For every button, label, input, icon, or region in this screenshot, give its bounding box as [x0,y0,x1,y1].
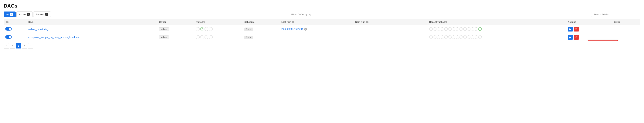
table-row: airflow_monitoring airflow 2 [4,25,640,33]
table-body: airflow_monitoring airflow 2 [4,25,640,41]
th-lastrun-label: Last Run [282,21,291,23]
run-circle-2-2 [200,35,204,39]
nextrun-cell-2 [354,33,428,41]
schedule-badge-2: None [244,36,253,39]
th-actions: Actions [566,19,613,25]
task-c-1-4 [440,27,444,31]
dag-toggle-2[interactable] [5,35,12,39]
trigger-btn-2[interactable]: ▶ [568,35,573,40]
tab-paused[interactable]: Paused 0 [33,11,51,17]
pagination-current[interactable]: 1 [16,43,21,48]
delete-btn-2[interactable]: 🗑 [574,35,579,40]
run-circle-2-1 [196,35,200,39]
th-owner-label: Owner [159,21,166,23]
dag-toggle-1[interactable] [5,27,12,30]
search-wrap [591,12,640,17]
tab-all-badge: 2 [10,13,13,16]
task-c-2-7 [452,35,455,39]
task-c-1-5 [444,27,448,31]
top-bar: All 2 Active 2 Paused 0 [4,11,640,17]
task-circles-1 [429,27,565,31]
tab-all-label: All [6,13,9,16]
th-actions-label: Actions [568,21,576,23]
pagination: « ‹ 1 › » [4,43,640,48]
dags-table-container: i DAG Owner Runs i Sch [4,19,640,41]
tab-paused-label: Paused [36,13,44,16]
delete-btn-1[interactable]: 🗑 [574,27,579,31]
task-c-1-green [478,27,482,31]
pagination-last[interactable]: » [28,43,33,48]
tab-active[interactable]: Active 2 [16,11,32,17]
tab-active-badge: 2 [27,13,30,16]
nextrun-info-icon[interactable]: i [366,21,368,23]
schedule-cell-2: None [243,33,280,41]
actions-group-1: ▶ 🗑 [568,27,611,31]
th-toggle: i [4,19,27,25]
dropdown-trigger-dag[interactable]: Trigger DAG [588,40,618,41]
recent-cell-2 [428,33,566,41]
task-c-2-11 [467,35,470,39]
task-c-2-8 [456,35,459,39]
task-c-2-10 [463,35,467,39]
filter-input[interactable] [289,12,353,17]
owner-cell-1: airflow [158,25,194,33]
actions-cell-1: ▶ 🗑 [566,25,613,33]
pagination-next[interactable]: › [22,43,27,48]
search-input[interactable] [591,12,640,17]
header-info-icon[interactable]: i [6,21,8,23]
task-c-1-8 [456,27,459,31]
th-recent: Recent Tasks i [428,19,566,25]
lastrun-row-info-1[interactable]: i [304,28,307,30]
links-dots-btn-1[interactable]: ··· [614,27,618,31]
th-runs-label: Runs [196,21,202,23]
owner-badge-1: airflow [159,27,169,31]
lastrun-info-icon[interactable]: i [292,21,294,23]
runs-cell-2 [194,33,243,41]
dag-link-1[interactable]: airflow_monitoring [28,28,48,30]
run-circle-empty-2 [204,27,208,31]
task-c-2-4 [440,35,444,39]
th-schedule-label: Schedule [244,21,254,23]
task-c-2-13 [474,35,478,39]
page-title: DAGs [4,3,640,9]
task-c-1-12 [471,27,474,31]
trigger-btn-1[interactable]: ▶ [568,27,573,31]
th-links: Links [612,19,640,25]
th-owner: Owner [158,19,194,25]
lastrun-cell-2 [280,33,354,41]
th-dag-label: DAG [28,21,34,23]
dag-name-cell-2: composer_sample_bq_copy_across_locations [27,33,157,41]
runs-cell-1: 2 [194,25,243,33]
run-circle-2-4 [209,35,213,39]
pagination-first[interactable]: « [4,43,9,48]
schedule-badge-1: None [244,27,253,31]
tab-active-label: Active [19,13,26,16]
th-nextrun-label: Next Run [355,21,365,23]
th-runs: Runs i [194,19,243,25]
owner-cell-2: airflow [158,33,194,41]
task-c-2-9 [460,35,463,39]
run-circle-2-3 [204,35,208,39]
th-lastrun: Last Run i [280,19,354,25]
task-c-1-10 [463,27,467,31]
table-header-row: i DAG Owner Runs i Sch [4,19,640,25]
runs-info-icon[interactable]: i [202,21,205,23]
task-c-1-1 [429,27,433,31]
links-cell-1: ··· [612,25,640,33]
tab-all[interactable]: All 2 [4,11,16,17]
tab-paused-badge: 0 [45,13,48,16]
th-dag: DAG [27,19,157,25]
run-circles-1: 2 [196,27,241,31]
run-circle-green-1[interactable]: 2 [200,27,204,31]
dag-link-2[interactable]: composer_sample_bq_copy_across_locations [28,36,79,39]
task-c-1-13 [474,27,478,31]
filter-wrap [53,12,589,17]
links-dots-btn-2[interactable]: ··· [614,35,618,39]
task-c-1-3 [437,27,440,31]
recent-info-icon[interactable]: i [444,21,447,23]
task-c-2-2 [433,35,436,39]
nextrun-cell-1 [354,25,428,33]
pagination-prev[interactable]: ‹ [10,43,15,48]
th-schedule: Schedule [243,19,280,25]
run-circle-empty-1 [196,27,200,31]
